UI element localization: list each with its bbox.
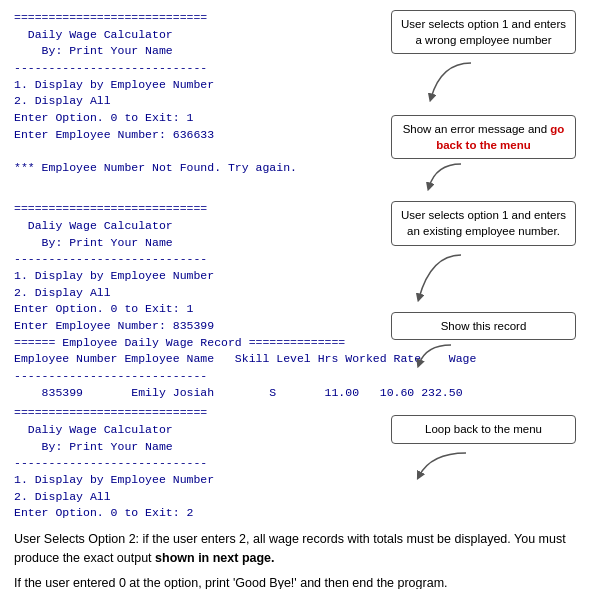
section1-code-text: ============================ Daily Wage …: [14, 10, 385, 177]
callout-existing-text: User selects option 1 and enters an exis…: [401, 209, 566, 237]
callout-wrong-employee: User selects option 1 and enters a wrong…: [391, 10, 576, 54]
arrow3: [411, 250, 471, 308]
arrow5-svg: [411, 448, 481, 483]
callout-show-record-text: Show this record: [441, 320, 527, 332]
section2-code-text: ============================ Daliy Wage …: [14, 201, 385, 401]
callout-loop-menu: Loop back to the menu: [391, 415, 576, 443]
arrow1-svg: [421, 58, 481, 108]
main-container: ============================ Daily Wage …: [14, 10, 595, 589]
section2-callouts: User selects option 1 and enters an exis…: [385, 201, 595, 372]
callout-show-record: Show this record: [391, 312, 576, 340]
narrative1: User Selects Option 2: if the user enter…: [14, 530, 595, 568]
section2: ============================ Daliy Wage …: [14, 201, 595, 401]
callout-loop-menu-text: Loop back to the menu: [425, 423, 542, 435]
section1: ============================ Daily Wage …: [14, 10, 595, 197]
arrow2: [421, 159, 481, 197]
section2-code: ============================ Daliy Wage …: [14, 201, 385, 401]
arrow1: [421, 58, 481, 111]
section3: ============================ Daliy Wage …: [14, 405, 595, 522]
arrow5: [411, 448, 481, 486]
narrative1-text: User Selects Option 2: if the user enter…: [14, 532, 566, 565]
callout-error-msg: Show an error message and go back to the…: [391, 115, 576, 159]
narrative2-text: If the user entered 0 at the option, pri…: [14, 576, 448, 589]
section3-callouts: Loop back to the menu: [385, 405, 595, 485]
callout-wrong-employee-text: User selects option 1 and enters a wrong…: [401, 18, 566, 46]
section3-code-text: ============================ Daliy Wage …: [14, 405, 385, 522]
arrow4: [411, 340, 471, 373]
narrative2: If the user entered 0 at the option, pri…: [14, 574, 595, 589]
arrow2-svg: [421, 159, 481, 194]
narrative1-bold: shown in next page.: [155, 551, 274, 565]
section1-code: ============================ Daily Wage …: [14, 10, 385, 177]
section3-code: ============================ Daliy Wage …: [14, 405, 385, 522]
callout-error-normal: Show an error message and: [403, 123, 551, 135]
section1-callouts: User selects option 1 and enters a wrong…: [385, 10, 595, 197]
arrow4-svg: [411, 340, 471, 370]
callout-existing-employee: User selects option 1 and enters an exis…: [391, 201, 576, 245]
arrow3-svg: [411, 250, 471, 305]
